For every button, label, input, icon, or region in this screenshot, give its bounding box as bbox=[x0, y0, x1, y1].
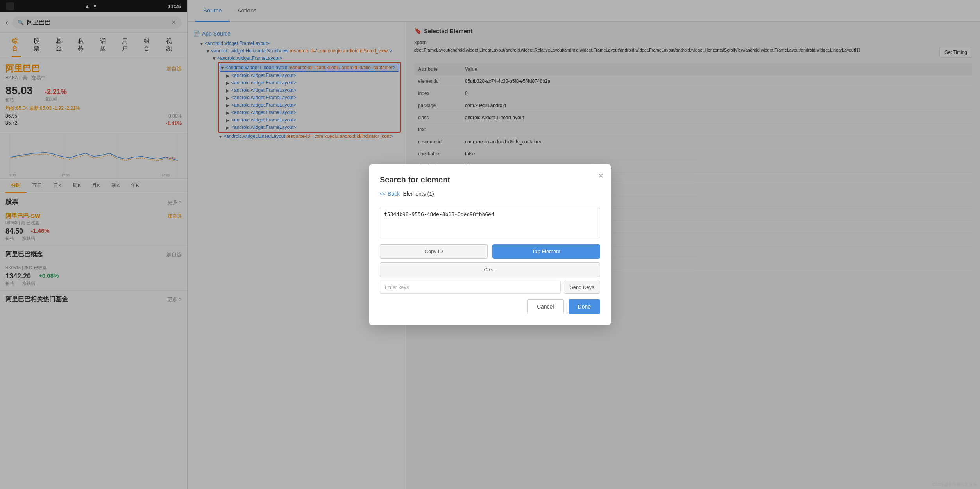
modal-keys-row: Send Keys bbox=[380, 281, 600, 294]
elements-count: Elements (1) bbox=[403, 191, 434, 202]
cancel-button[interactable]: Cancel bbox=[527, 299, 564, 314]
tap-element-button[interactable]: Tap Element bbox=[492, 244, 600, 259]
watermark: CSDN @软件测试君 发表 bbox=[932, 482, 977, 487]
element-id-textarea[interactable]: f5344b98-9556-48de-8b18-0dec98fbb6e4 bbox=[380, 207, 600, 238]
modal-action-buttons: Copy ID Tap Element bbox=[380, 244, 600, 259]
copy-id-button[interactable]: Copy ID bbox=[380, 244, 488, 259]
done-button[interactable]: Done bbox=[569, 299, 600, 314]
enter-keys-input[interactable] bbox=[380, 281, 561, 294]
modal-nav: << Back Elements (1) bbox=[380, 191, 600, 202]
modal-title: Search for element bbox=[380, 175, 600, 184]
clear-button[interactable]: Clear bbox=[380, 262, 600, 277]
modal-clear-row: Clear bbox=[380, 262, 600, 277]
search-element-modal: Search for element × << Back Elements (1… bbox=[369, 164, 611, 325]
modal-close-button[interactable]: × bbox=[598, 171, 603, 181]
send-keys-button[interactable]: Send Keys bbox=[564, 281, 600, 294]
modal-back-button[interactable]: << Back bbox=[380, 191, 400, 197]
modal-overlay[interactable]: Search for element × << Back Elements (1… bbox=[0, 0, 980, 489]
modal-footer: Cancel Done bbox=[380, 299, 600, 314]
